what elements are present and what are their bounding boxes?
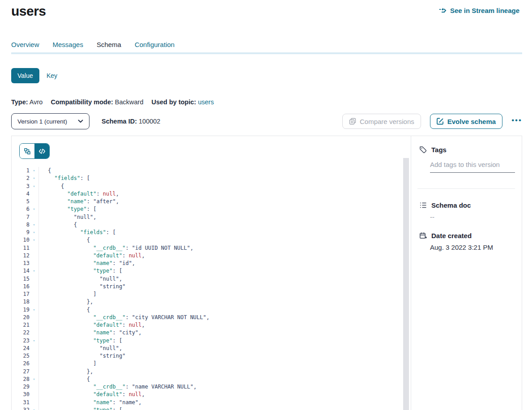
schema-meta-row: Type: Avro Compatibility mode: Backward … xyxy=(11,98,214,106)
collapse-caret-icon[interactable]: ▾ xyxy=(30,175,38,182)
see-in-stream-lineage-link[interactable]: See in Stream lineage xyxy=(439,7,519,14)
line-number: 27 xyxy=(12,368,30,376)
sidebar-divider xyxy=(417,188,515,189)
collapse-caret-icon[interactable]: ▾ xyxy=(30,306,38,314)
line-number: 3 xyxy=(12,183,30,190)
tree-view-button[interactable] xyxy=(20,144,34,158)
line-number: 31 xyxy=(12,399,30,406)
line-number: 2 xyxy=(12,175,30,182)
type-meta: Type: Avro xyxy=(11,98,43,106)
tags-section-header: Tags xyxy=(419,146,447,154)
caret-spacer xyxy=(30,298,38,306)
line-number: 26 xyxy=(12,360,30,367)
editor-scrollbar-track[interactable] xyxy=(403,158,409,410)
tags-title: Tags xyxy=(431,146,447,154)
date-created-header: Date created xyxy=(419,232,472,239)
schema-id: Schema ID: 100002 xyxy=(102,118,160,125)
line-number: 22 xyxy=(12,329,30,337)
version-select-value: Version 1 (current) xyxy=(17,118,67,125)
schema-sidebar: Tags Schema doc -- Date created Aug. 3 2… xyxy=(411,136,522,410)
line-number: 21 xyxy=(12,321,30,329)
tags-input[interactable] xyxy=(430,160,515,173)
line-number: 4 xyxy=(12,190,30,198)
line-number: 24 xyxy=(12,345,30,352)
collapse-caret-icon[interactable]: ▾ xyxy=(30,406,38,410)
compare-versions-button[interactable]: Compare versions xyxy=(342,114,421,129)
line-number: 28 xyxy=(12,376,30,383)
caret-spacer xyxy=(30,391,38,398)
caret-spacer xyxy=(30,345,38,352)
caret-spacer xyxy=(30,260,38,267)
controls-row: Version 1 (current) Schema ID: 100002 Co… xyxy=(11,113,522,129)
evolve-schema-icon xyxy=(437,118,444,125)
version-select[interactable]: Version 1 (current) xyxy=(11,113,89,129)
collapse-caret-icon[interactable]: ▾ xyxy=(30,267,38,275)
topic-label: Used by topic: xyxy=(151,98,196,106)
caret-spacer xyxy=(30,383,38,391)
schema-id-label: Schema ID: xyxy=(102,118,137,125)
compare-versions-label: Compare versions xyxy=(360,118,414,125)
tab-track xyxy=(11,52,522,54)
line-number: 14 xyxy=(12,267,30,275)
schema-doc-header: Schema doc xyxy=(419,201,471,209)
more-actions-button[interactable]: ••• xyxy=(511,116,522,127)
type-label: Type: xyxy=(11,98,28,106)
line-number: 5 xyxy=(12,198,30,205)
topic-meta: Used by topic: users xyxy=(151,98,213,106)
caret-spacer xyxy=(30,252,38,260)
caret-spacer xyxy=(30,214,38,221)
topic-link[interactable]: users xyxy=(198,98,213,106)
key-toggle-link[interactable]: Key xyxy=(47,72,57,79)
code-view-icon xyxy=(38,148,46,155)
line-number: 19 xyxy=(12,306,30,314)
line-number: 20 xyxy=(12,314,30,321)
evolve-schema-button[interactable]: Evolve schema xyxy=(430,114,502,129)
tree-view-icon xyxy=(24,148,31,155)
caret-spacer xyxy=(30,399,38,406)
caret-spacer xyxy=(30,329,38,337)
caret-spacer xyxy=(30,352,38,360)
collapse-caret-icon[interactable]: ▾ xyxy=(30,205,38,213)
line-number: 10 xyxy=(12,236,30,244)
line-number: 18 xyxy=(12,298,30,306)
line-number: 29 xyxy=(12,383,30,391)
line-number: 9 xyxy=(12,229,30,236)
collapse-caret-icon[interactable]: ▾ xyxy=(30,376,38,383)
line-number: 8 xyxy=(12,221,30,229)
schema-doc-title: Schema doc xyxy=(431,201,471,209)
collapse-caret-icon[interactable]: ▾ xyxy=(30,337,38,345)
caret-spacer xyxy=(30,368,38,376)
caret-spacer xyxy=(30,321,38,329)
evolve-schema-label: Evolve schema xyxy=(447,118,496,125)
compare-versions-icon xyxy=(349,118,356,125)
code-view-button[interactable] xyxy=(34,144,49,158)
page-title: users xyxy=(11,4,46,19)
collapse-caret-icon[interactable]: ▾ xyxy=(30,167,38,175)
caret-spacer xyxy=(30,275,38,283)
date-created-value: Aug. 3 2022 3:21 PM xyxy=(430,243,493,251)
line-number: 6 xyxy=(12,205,30,213)
caret-spacer xyxy=(30,290,38,298)
collapse-caret-icon[interactable]: ▾ xyxy=(30,183,38,190)
line-number: 13 xyxy=(12,260,30,267)
compat-meta: Compatibility mode: Backward xyxy=(51,98,143,106)
line-number: 15 xyxy=(12,275,30,283)
collapse-caret-icon[interactable]: ▾ xyxy=(30,221,38,229)
compat-value: Backward xyxy=(115,98,144,106)
value-toggle-button[interactable]: Value xyxy=(11,68,39,83)
caret-spacer xyxy=(30,244,38,252)
doc-list-icon xyxy=(419,201,427,209)
line-number: 16 xyxy=(12,283,30,290)
line-number: 32 xyxy=(12,406,30,410)
collapse-caret-icon[interactable]: ▾ xyxy=(30,236,38,244)
caret-spacer xyxy=(30,190,38,198)
schema-page: users See in Stream lineage Overview Mes… xyxy=(0,0,532,410)
schema-panel: 1▾{2▾"fields": [3▾{4"default": null,5"na… xyxy=(11,136,522,410)
line-number: 7 xyxy=(12,214,30,221)
editor-view-toggle xyxy=(19,143,50,159)
chevron-down-icon xyxy=(78,120,83,123)
lineage-link-label: See in Stream lineage xyxy=(450,7,519,14)
schema-doc-value: -- xyxy=(430,213,434,221)
calendar-icon xyxy=(419,232,427,239)
collapse-caret-icon[interactable]: ▾ xyxy=(30,229,38,236)
